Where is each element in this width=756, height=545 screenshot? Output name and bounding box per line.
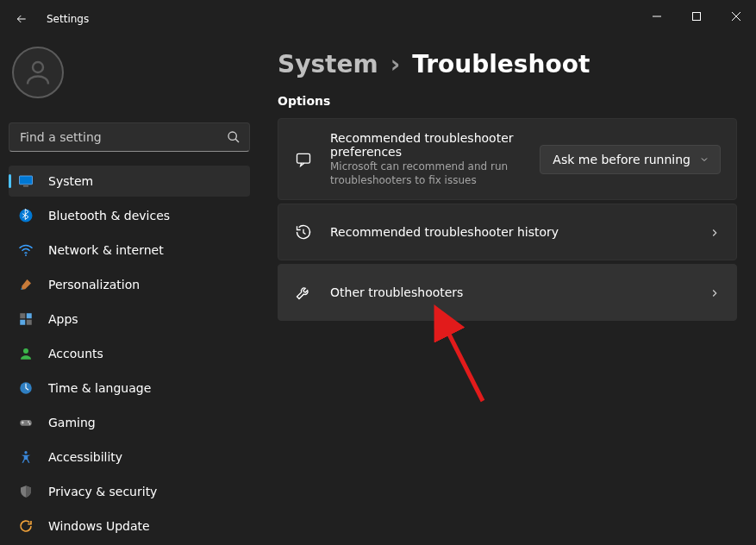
sidebar-item-label: Personalization (48, 278, 140, 291)
sidebar-item-label: Accessibility (48, 450, 122, 464)
back-button[interactable] (12, 9, 31, 28)
sidebar-item-label: Apps (48, 312, 78, 326)
sidebar-item-system[interactable]: System (9, 166, 250, 197)
feedback-icon (294, 150, 313, 169)
breadcrumb-parent[interactable]: System (278, 50, 378, 78)
sidebar-item-personalization[interactable]: Personalization (9, 269, 250, 300)
svg-rect-5 (23, 185, 28, 186)
update-icon (17, 517, 34, 535)
sidebar-item-label: Windows Update (48, 519, 150, 533)
sidebar-item-accounts[interactable]: Accounts (9, 338, 250, 369)
breadcrumb-current: Troubleshoot (412, 50, 590, 78)
card-recommended-preferences[interactable]: Recommended troubleshooter preferences M… (278, 118, 737, 200)
sidebar-item-gaming[interactable]: Gaming (9, 407, 250, 438)
search-input[interactable] (20, 130, 227, 144)
avatar[interactable] (12, 47, 64, 98)
card-text: Recommended troubleshooter preferences M… (330, 131, 522, 187)
svg-point-17 (24, 451, 27, 454)
breadcrumb: System › Troubleshoot (278, 50, 737, 78)
sidebar-item-label: System (48, 174, 93, 188)
sidebar-item-privacy[interactable]: Privacy & security (9, 476, 250, 507)
svg-rect-18 (297, 153, 310, 163)
search-icon (227, 130, 241, 144)
search-box[interactable] (9, 122, 250, 152)
sidebar-item-label: Accounts (48, 347, 103, 360)
svg-point-6 (20, 210, 33, 222)
sidebar-item-windows-update[interactable]: Windows Update (9, 511, 250, 542)
apps-icon (17, 310, 34, 328)
svg-rect-8 (20, 313, 25, 318)
card-subtitle: Microsoft can recommend and run troubles… (330, 160, 522, 187)
svg-point-2 (228, 132, 236, 140)
svg-point-15 (28, 421, 29, 423)
sidebar-item-accessibility[interactable]: Accessibility (9, 442, 250, 473)
sidebar-item-label: Gaming (48, 416, 96, 429)
person-icon (17, 345, 34, 362)
bluetooth-icon (17, 207, 34, 224)
svg-point-1 (33, 62, 43, 72)
maximize-button[interactable] (677, 3, 716, 30)
breadcrumb-separator: › (390, 50, 401, 78)
svg-point-7 (25, 254, 27, 256)
svg-rect-11 (27, 320, 32, 325)
chevron-right-icon (709, 286, 721, 298)
brush-icon (17, 276, 34, 293)
window-controls (637, 8, 756, 30)
svg-rect-3 (20, 176, 33, 185)
sidebar-item-bluetooth[interactable]: Bluetooth & devices (9, 200, 250, 231)
svg-rect-0 (693, 13, 701, 21)
recommended-preference-dropdown[interactable]: Ask me before running (540, 145, 721, 174)
card-other-troubleshooters[interactable]: Other troubleshooters (278, 264, 737, 321)
svg-point-16 (29, 423, 31, 425)
svg-point-12 (23, 348, 28, 354)
minimize-button[interactable] (637, 3, 677, 30)
sidebar-item-network[interactable]: Network & internet (9, 235, 250, 266)
section-label: Options (278, 94, 737, 108)
chevron-right-icon (709, 226, 721, 238)
dropdown-value: Ask me before running (553, 153, 690, 166)
card-text: Recommended troubleshooter history (330, 225, 691, 239)
gamepad-icon (17, 414, 34, 431)
card-recommended-history[interactable]: Recommended troubleshooter history (278, 204, 737, 260)
nav-list: System Bluetooth & devices Network & int… (9, 166, 250, 542)
titlebar: Settings (0, 0, 756, 38)
accessibility-icon (17, 448, 34, 466)
sidebar-item-label: Bluetooth & devices (48, 209, 170, 222)
sidebar-item-apps[interactable]: Apps (9, 304, 250, 335)
sidebar-item-label: Network & internet (48, 243, 164, 257)
app-title: Settings (47, 13, 89, 25)
sidebar: System Bluetooth & devices Network & int… (0, 38, 259, 545)
chevron-down-icon (699, 153, 711, 166)
card-title: Recommended troubleshooter history (330, 225, 691, 239)
wifi-icon (17, 241, 34, 259)
shield-icon (17, 483, 34, 500)
content: System › Troubleshoot Options Recommende… (259, 38, 756, 545)
close-button[interactable] (716, 3, 756, 30)
sidebar-item-label: Time & language (48, 381, 151, 395)
system-icon (17, 172, 34, 190)
history-icon (294, 222, 313, 241)
svg-rect-9 (27, 313, 32, 318)
card-title: Other troubleshooters (330, 285, 691, 299)
globe-clock-icon (17, 379, 34, 397)
wrench-icon (294, 283, 313, 302)
card-text: Other troubleshooters (330, 285, 691, 299)
card-title: Recommended troubleshooter preferences (330, 131, 522, 159)
sidebar-item-label: Privacy & security (48, 485, 157, 498)
svg-rect-10 (20, 320, 25, 325)
sidebar-item-time-language[interactable]: Time & language (9, 373, 250, 404)
